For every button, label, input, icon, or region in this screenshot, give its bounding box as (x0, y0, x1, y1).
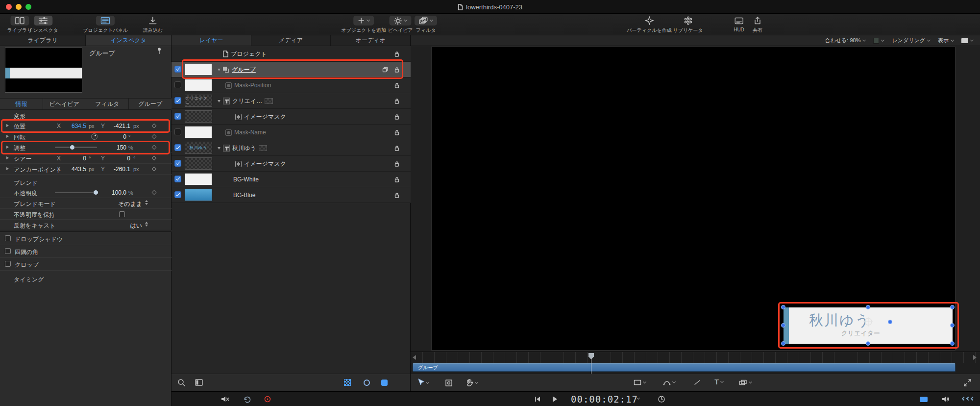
adjust-item-tool[interactable] (445, 379, 453, 387)
toolbar-hud-button[interactable]: HUD (734, 16, 744, 32)
selection-handle[interactable] (781, 305, 785, 309)
keyframe-diamond-icon[interactable] (152, 134, 157, 139)
layer-checkbox[interactable] (174, 66, 181, 73)
toolbar-add-object-button[interactable]: オブジェクトを追加 (341, 16, 386, 34)
shear-y-value[interactable]: 0 (104, 155, 130, 162)
tab-behaviors[interactable]: ビヘイビア (43, 99, 86, 109)
pin-icon[interactable] (156, 47, 163, 54)
four-corner-row[interactable]: 四隅の角 (0, 245, 172, 258)
tab-media[interactable]: メディア (251, 35, 331, 46)
selection-handle[interactable] (866, 305, 870, 309)
lock-icon[interactable] (394, 192, 400, 198)
tab-properties-info[interactable]: 情報 (0, 99, 43, 109)
rotation-value[interactable]: 0 (101, 133, 126, 140)
layer-checkbox[interactable] (174, 128, 181, 135)
layer-row-mask-name[interactable]: Mask-Name (172, 125, 411, 140)
disclosure-triangle-icon[interactable] (6, 167, 9, 170)
timeline-end-marker[interactable] (973, 355, 977, 360)
line-tool[interactable] (694, 380, 701, 385)
layer-row-creator[interactable]: クリエイター クリエイ… (172, 93, 411, 109)
clone-icon[interactable] (382, 67, 388, 73)
opacity-value[interactable]: 100.0 (101, 189, 126, 196)
timecode-display[interactable]: 00:00:02:17 (571, 394, 638, 405)
selection-handle[interactable] (950, 305, 955, 309)
channel-dropdown[interactable] (873, 38, 884, 44)
disclosure-triangle-icon[interactable] (6, 156, 9, 159)
position-row[interactable]: 位置 X 634.5 px Y -421.1 px (0, 121, 172, 131)
toolbar-import-button[interactable]: 読み込む (143, 16, 163, 34)
tab-audio[interactable]: オーディオ (331, 35, 410, 46)
toolbar-share-button[interactable]: 共有 (753, 16, 762, 34)
expand-canvas-icon[interactable] (963, 379, 972, 387)
lock-icon[interactable] (394, 51, 400, 57)
timeline-start-marker[interactable] (413, 355, 416, 360)
layer-checkbox[interactable] (174, 113, 181, 120)
mute-button[interactable] (220, 396, 229, 403)
timing-display-icon[interactable] (658, 395, 665, 403)
opacity-slider[interactable] (55, 192, 97, 193)
blend-mode-stepper[interactable] (145, 200, 148, 205)
lock-icon[interactable] (394, 98, 400, 104)
show-layers-icon[interactable] (381, 380, 388, 386)
lock-icon[interactable] (394, 129, 400, 135)
position-x-value[interactable]: 634.5 (62, 123, 86, 129)
search-icon[interactable] (177, 379, 186, 387)
tab-filters[interactable]: フィルタ (86, 99, 129, 109)
layer-row-project[interactable]: プロジェクト (172, 46, 411, 62)
selection-handle[interactable] (866, 341, 870, 346)
preserve-opacity-checkbox[interactable] (119, 211, 125, 217)
layer-row-image-mask[interactable]: イメージマスク (172, 109, 411, 125)
toolbar-make-particles-button[interactable]: パーティクルを作成 (627, 16, 671, 34)
tab-layers[interactable]: レイヤー (172, 35, 251, 46)
tab-group[interactable]: グループ (129, 99, 172, 109)
disclosure-triangle-icon[interactable] (6, 124, 9, 127)
anchor-x-value[interactable]: 443.5 (62, 166, 86, 173)
filmstrip-icon[interactable] (195, 379, 203, 386)
scale-value[interactable]: 150 (101, 144, 126, 151)
loop-button[interactable] (243, 396, 251, 403)
mini-timeline[interactable]: グループ (411, 352, 980, 374)
timeline-ruler[interactable] (411, 352, 980, 363)
canvas-viewport[interactable] (411, 46, 980, 352)
keyframe-diamond-icon[interactable] (152, 124, 157, 128)
keyframe-diamond-icon[interactable] (152, 156, 157, 161)
blend-mode-row[interactable]: ブレンドモード そのまま (0, 198, 172, 209)
shear-x-value[interactable]: 0 (62, 155, 86, 162)
cast-reflection-row[interactable]: 反射をキャスト はい (0, 220, 172, 230)
layer-checkbox[interactable] (174, 160, 181, 167)
rotation-row[interactable]: 回転 0 ° (0, 131, 172, 142)
disclosure-triangle-icon[interactable] (6, 135, 9, 138)
layer-checkbox[interactable] (174, 97, 181, 104)
crop-checkbox[interactable] (5, 261, 11, 267)
scale-slider[interactable] (55, 147, 97, 148)
zoom-dropdown[interactable]: 合わせる: 98% (825, 37, 866, 44)
canvas-stage[interactable] (431, 47, 956, 351)
timeline-toggle-button[interactable] (919, 396, 928, 403)
toolbar-replicator-button[interactable]: リプリケータ (673, 16, 703, 34)
record-button[interactable] (264, 395, 271, 403)
layer-row-mask-position[interactable]: Mask-Position (172, 77, 411, 93)
selection-handle[interactable] (950, 323, 955, 328)
anchor-y-value[interactable]: -260.1 (104, 166, 130, 173)
disclosure-triangle-icon[interactable] (6, 146, 9, 149)
keyframe-diamond-icon[interactable] (152, 190, 157, 195)
lock-icon[interactable] (394, 145, 400, 151)
layout-dropdown[interactable] (961, 38, 973, 43)
keyframe-diamond-icon[interactable] (152, 145, 157, 150)
opacity-row[interactable]: 不透明度 100.0 % (0, 187, 172, 198)
cast-reflection-stepper[interactable] (145, 222, 148, 227)
drop-shadow-row[interactable]: ドロップシャドウ (0, 232, 172, 245)
lock-icon[interactable] (394, 67, 400, 73)
layer-row-akikawa[interactable]: 秋川ゆう 秋川ゆう (172, 140, 411, 156)
layer-row-group[interactable]: グループ (172, 62, 411, 77)
lock-icon[interactable] (394, 177, 400, 182)
rectangle-tool[interactable] (634, 380, 646, 385)
layer-row-image-mask[interactable]: イメージマスク (172, 156, 411, 172)
show-transparency-icon[interactable] (344, 379, 351, 386)
audio-button[interactable] (942, 396, 950, 403)
render-dropdown[interactable]: レンダリング (892, 37, 930, 44)
layer-checkbox[interactable] (174, 176, 181, 182)
preserve-opacity-row[interactable]: 不透明度を保持 (0, 209, 172, 220)
lock-icon[interactable] (394, 161, 400, 167)
lock-icon[interactable] (394, 82, 400, 88)
